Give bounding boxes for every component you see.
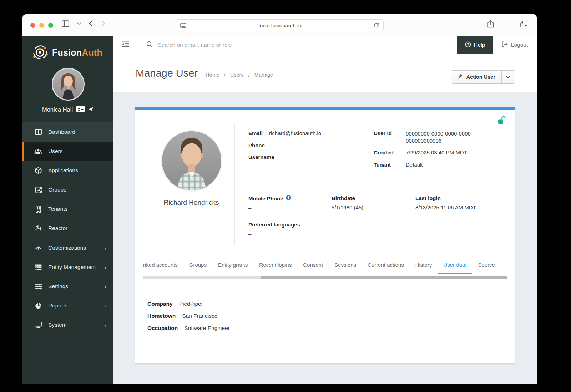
tab-entity-grants[interactable]: Entity grants	[212, 262, 253, 274]
sidebar-item-label: Settings	[48, 283, 68, 290]
field-birthdate: Birthdate 5/1/1980 (45)	[332, 195, 363, 210]
info-icon[interactable]	[286, 195, 291, 202]
field-value: 7/29/2025 03:40 PM MDT	[406, 149, 467, 156]
field-value: –	[271, 142, 274, 148]
address-bar[interactable]: local.fusionauth.io	[175, 19, 384, 31]
field-value: richard@fusionauth.io	[269, 130, 321, 136]
sidebar-item-settings[interactable]: Settings ‹	[22, 277, 113, 296]
chevron-down-icon[interactable]	[77, 22, 81, 25]
object-group-icon	[34, 187, 42, 193]
share-icon[interactable]	[487, 20, 494, 28]
page-header: Manage User Home / Users / Manage	[113, 54, 537, 92]
sidebar-item-label: Entity Management	[48, 264, 96, 270]
browser-window: local.fusionauth.io	[22, 14, 537, 384]
reload-icon[interactable]	[374, 22, 379, 28]
location-arrow-icon[interactable]	[88, 106, 94, 113]
new-tab-icon[interactable]	[504, 21, 510, 27]
brand-first: Fusion	[52, 47, 82, 57]
sidebar-item-label: System	[48, 322, 67, 328]
sidebar-item-tenants[interactable]: Tenants	[22, 199, 113, 219]
field-user-id: User Id 00000000-0000-0000-0000-00000000…	[374, 130, 480, 144]
tab-user-data[interactable]: User data	[438, 262, 472, 274]
chevron-left-icon: ‹	[105, 303, 106, 309]
page-icon	[180, 23, 186, 28]
pie-chart-icon	[34, 302, 42, 309]
user-data-row: Company PiedPiper	[147, 300, 230, 307]
tabs-scrollbar-track[interactable]	[143, 276, 507, 279]
sidebar-item-groups[interactable]: Groups	[22, 180, 113, 199]
sidebar-item-label: Dashboard	[48, 129, 75, 135]
outdent-icon[interactable]	[122, 41, 129, 49]
logout-button[interactable]: Logout	[493, 36, 537, 54]
sidebar-item-users[interactable]: Users	[22, 142, 113, 161]
field-label: Mobile Phone	[248, 195, 283, 202]
tabs-scrollbar-thumb[interactable]	[261, 276, 507, 279]
account-name: Monica Hall	[42, 106, 73, 113]
sidebar-item-label: Reactor	[48, 225, 67, 231]
tab-linked-accounts[interactable]: nked accounts	[143, 262, 183, 274]
chevron-left-icon: ‹	[105, 284, 106, 290]
user-data-row: Hometown San Francisco	[147, 312, 230, 320]
sidebar-item-entity-management[interactable]: Entity Management ‹	[22, 258, 113, 277]
sidebar-item-label: Customizations	[48, 245, 86, 251]
action-user-caret-button[interactable]	[502, 71, 515, 83]
field-preferred-languages: Preferred languages –	[248, 222, 300, 237]
tab-history[interactable]: History	[410, 262, 438, 274]
tab-groups[interactable]: Groups	[183, 262, 212, 274]
field-value: –	[281, 154, 284, 160]
tab-current-actions[interactable]: Current actions	[362, 262, 410, 274]
card-horizontal-divider	[234, 184, 502, 184]
search-input[interactable]	[158, 42, 457, 48]
field-value: –	[248, 231, 300, 237]
user-data-panel: Company PiedPiper Hometown San Francisco…	[147, 300, 230, 332]
tab-consent[interactable]: Consent	[297, 262, 329, 274]
field-label: Occupation	[147, 325, 178, 332]
field-label: Last login	[415, 195, 441, 201]
sidebar-item-reactor[interactable]: Reactor	[22, 219, 113, 238]
close-window-button[interactable]	[30, 23, 35, 28]
cube-icon	[34, 167, 42, 174]
breadcrumb-current: Manage	[254, 72, 273, 78]
forward-icon[interactable]	[101, 20, 105, 27]
sidebar-item-system[interactable]: System ‹	[22, 315, 113, 335]
field-label: Hometown	[147, 312, 176, 320]
tab-recent-logins[interactable]: Recent logins	[253, 262, 297, 274]
chevron-left-icon: ‹	[105, 322, 106, 328]
tab-sessions[interactable]: Sessions	[329, 262, 362, 274]
field-created: Created 7/29/2025 03:40 PM MDT	[374, 149, 467, 156]
action-user-button[interactable]: Action User	[451, 71, 501, 83]
columns-icon	[34, 129, 42, 135]
tab-overview-icon[interactable]	[520, 21, 527, 27]
field-label: Tenant	[374, 162, 399, 168]
account-avatar[interactable]	[52, 68, 85, 101]
help-button[interactable]: Help	[457, 36, 493, 54]
sidebar-item-applications[interactable]: Applications	[22, 161, 113, 180]
building-icon	[34, 206, 42, 213]
field-value: –	[248, 205, 291, 211]
tab-source[interactable]: Source	[472, 262, 501, 274]
back-icon[interactable]	[89, 20, 93, 27]
logout-label: Logout	[511, 42, 528, 48]
sidebar-item-customizations[interactable]: </> Customizations ‹	[22, 238, 113, 258]
sidebar-item-label: Users	[48, 148, 62, 154]
brand-second: Auth	[82, 47, 102, 57]
field-phone: Phone –	[248, 142, 274, 148]
sidebar-toggle-icon[interactable]	[62, 20, 69, 27]
card-vertical-divider	[234, 123, 235, 246]
minimize-window-button[interactable]	[39, 23, 44, 28]
user-avatar	[161, 130, 222, 192]
help-label: Help	[474, 42, 485, 48]
sidebar-item-dashboard[interactable]: Dashboard	[22, 122, 113, 142]
question-circle-icon	[465, 41, 471, 49]
sidebar-item-reports[interactable]: Reports ‹	[22, 296, 113, 315]
breadcrumb-separator: /	[248, 72, 250, 78]
field-label: User Id	[374, 130, 399, 144]
id-card-icon[interactable]	[76, 106, 85, 113]
breadcrumb-home[interactable]: Home	[206, 72, 219, 78]
zoom-window-button[interactable]	[48, 23, 53, 28]
page-title: Manage User	[136, 67, 198, 79]
topbar: Help Logout	[113, 36, 537, 54]
sidebar-item-label: Applications	[48, 167, 78, 174]
field-mobile-phone: Mobile Phone –	[248, 195, 291, 211]
breadcrumb-users[interactable]: Users	[230, 72, 244, 78]
